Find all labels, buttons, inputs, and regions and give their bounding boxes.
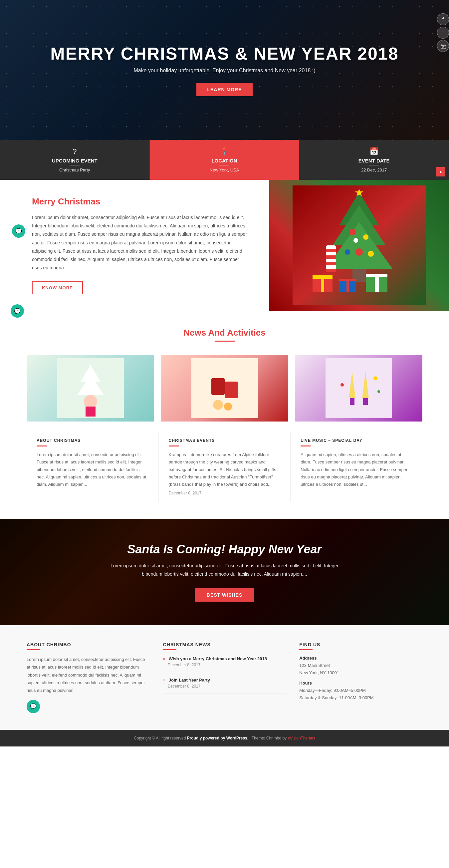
- footer-news-divider: [163, 649, 177, 650]
- svg-rect-16: [347, 279, 349, 292]
- know-more-button[interactable]: KNOW MORE: [32, 281, 83, 294]
- merry-image: [269, 180, 449, 311]
- news-photo-grid: [27, 355, 422, 422]
- upcoming-value: Christmas Party: [7, 167, 143, 173]
- news-title-colored: And Activities: [208, 328, 265, 338]
- article-3-category: LIVE MUSIC – SPECIAL DAY: [300, 438, 412, 443]
- scroll-up-button[interactable]: ▲: [436, 167, 445, 177]
- article-1-category: ABOUT CHRISTMAS: [37, 438, 149, 443]
- question-icon: ?: [7, 147, 143, 156]
- news-title-2[interactable]: Join Last Year Party: [169, 678, 210, 683]
- upcoming-label: Upcoming Event: [7, 158, 143, 163]
- footer-bottom: Copyright © All right reserved Proudly p…: [0, 730, 449, 746]
- news-image-3: [295, 355, 422, 422]
- news-underline: [215, 341, 235, 342]
- svg-point-5: [349, 229, 356, 236]
- article-about-christmas: ABOUT CHRISTMAS Lorem ipsum dolor sit am…: [27, 432, 159, 502]
- footer-find-us-heading: FIND US: [299, 642, 422, 647]
- location-value: New York, USA: [156, 167, 293, 173]
- footer-about-heading: ABOUT CHRIMBO: [27, 642, 150, 647]
- news-date-2: December 8, 2017: [163, 684, 286, 688]
- hero-content: MERRY CHRISTMAS & NEW YEAR 2018 Make you…: [50, 43, 398, 96]
- news-title: News And Activities: [27, 328, 422, 338]
- svg-point-43: [378, 390, 380, 393]
- footer-find-us-divider: [299, 649, 313, 650]
- svg-point-7: [355, 248, 363, 256]
- wishes-body: Lorem ipsum dolor sit amet, consectetur …: [108, 562, 341, 578]
- merry-heading: Merry Christmas: [32, 196, 249, 207]
- merry-image-placeholder: [269, 180, 449, 311]
- date-value: 22 Dec, 2017: [306, 167, 442, 173]
- address-value: 123 Main StreetNew York, NY 10001: [299, 662, 422, 677]
- powered-by: Proudly powered by WordPress.: [187, 736, 249, 741]
- svg-rect-40: [363, 398, 368, 405]
- learn-more-button[interactable]: LEARN MORE: [196, 83, 252, 96]
- date-divider: [369, 165, 379, 165]
- info-bar-date[interactable]: 📅 Event Date 22 Dec, 2017 ▲: [299, 140, 449, 180]
- hours-value: Monday—Friday: 9:00AM–5:00PMSaturday & S…: [299, 687, 422, 702]
- svg-rect-13: [321, 275, 324, 292]
- copyright-text: Copyright © All right reserved: [134, 736, 187, 741]
- hours-label: Hours: [299, 681, 422, 686]
- svg-point-8: [345, 249, 350, 255]
- svg-point-34: [213, 400, 223, 410]
- news-image-1: [27, 355, 154, 422]
- info-bar: ? Upcoming Event Christmas Party 📍 Locat…: [0, 140, 449, 180]
- date-label: Event Date: [306, 158, 442, 163]
- footer-about-divider: [27, 649, 40, 650]
- article-2-divider: [169, 445, 179, 446]
- facebook-icon[interactable]: f: [437, 13, 449, 25]
- svg-point-9: [368, 251, 374, 257]
- location-icon: 📍: [156, 147, 293, 156]
- news-activities-section: News And Activities: [0, 311, 449, 518]
- footer-news-item-2: » Join Last Year Party December 8, 2017: [163, 677, 286, 693]
- chat-bubble-footer[interactable]: 💬: [27, 700, 40, 713]
- news-card-3: [295, 355, 422, 422]
- svg-point-29: [84, 395, 97, 408]
- footer-find-us-col: FIND US Address 123 Main StreetNew York,…: [299, 642, 422, 713]
- news-title-1[interactable]: Wish you a Merry Christmas and New Year …: [169, 656, 267, 661]
- news-date-1: December 8, 2017: [163, 662, 286, 667]
- footer-news-col: CHRISTMAS NEWS » Wish you a Merry Christ…: [163, 642, 286, 713]
- hero-section: f t 📷 MERRY CHRISTMAS & NEW YEAR 2018 Ma…: [0, 0, 449, 140]
- champagne-svg: [325, 358, 392, 418]
- news-image-2: [161, 355, 288, 422]
- location-divider: [219, 165, 229, 165]
- svg-rect-21: [326, 249, 336, 252]
- best-wishes-button[interactable]: BEST WISHES: [195, 588, 254, 602]
- footer-about-col: ABOUT CHRIMBO Lorem ipsum dolor sit amet…: [27, 642, 150, 713]
- author-link[interactable]: eVisionThemes: [288, 736, 315, 741]
- footer-news-heading: CHRISTMAS NEWS: [163, 642, 286, 647]
- news-card-2: [161, 355, 288, 422]
- footer-chat-area: 💬: [27, 700, 150, 713]
- svg-rect-33: [225, 381, 238, 398]
- footer-news-link-2[interactable]: » Join Last Year Party: [163, 677, 286, 683]
- svg-rect-38: [350, 398, 354, 405]
- svg-point-10: [353, 238, 358, 243]
- christmas-kid-svg: [57, 358, 124, 418]
- article-2-category: CHRISTMAS EVENTS: [169, 438, 281, 443]
- social-sidebar: f t 📷: [437, 13, 449, 52]
- svg-rect-32: [211, 378, 225, 395]
- christmas-mugs-svg: [191, 358, 258, 418]
- twitter-icon[interactable]: t: [437, 27, 449, 39]
- article-3-body: Aliquam mi sapien, ultrices a ultrices n…: [300, 451, 412, 488]
- svg-rect-24: [326, 269, 336, 272]
- article-1-divider: [37, 445, 46, 446]
- footer-news-item-1: » Wish you a Merry Christmas and New Yea…: [163, 656, 286, 672]
- svg-rect-36: [325, 358, 392, 418]
- info-bar-location[interactable]: 📍 Location New York, USA: [150, 140, 299, 180]
- footer-about-body: Lorem ipsum dolor sit amet, consectetur …: [27, 656, 150, 694]
- svg-rect-22: [326, 255, 336, 259]
- best-wishes-section: Santa Is Coming! Happy New Year Lorem ip…: [0, 519, 449, 625]
- info-bar-upcoming[interactable]: ? Upcoming Event Christmas Party: [0, 140, 150, 180]
- footer-news-link-1[interactable]: » Wish you a Merry Christmas and New Yea…: [163, 656, 286, 661]
- news-title-plain: News: [183, 328, 208, 338]
- news-card-1: [27, 355, 154, 422]
- chat-bubble-2[interactable]: 💬: [12, 224, 25, 238]
- calendar-icon: 📅: [306, 147, 442, 156]
- svg-point-41: [341, 383, 344, 386]
- instagram-icon[interactable]: 📷: [437, 40, 449, 52]
- address-label: Address: [299, 656, 422, 660]
- wishes-content: Santa Is Coming! Happy New Year Lorem ip…: [108, 542, 341, 602]
